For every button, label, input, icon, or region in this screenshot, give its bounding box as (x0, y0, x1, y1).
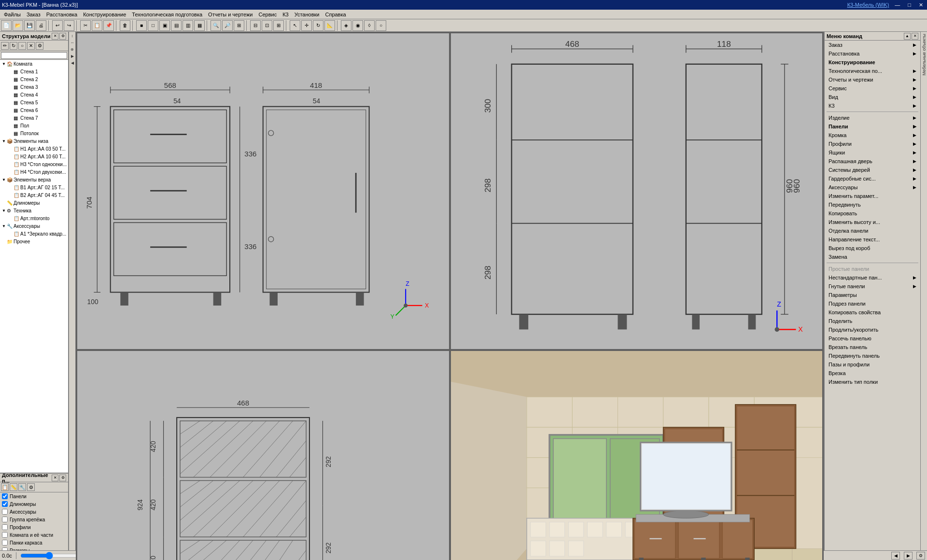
tree-item-stena7[interactable]: ▦Стена 7 (0, 114, 68, 122)
checkbox-5[interactable] (2, 532, 8, 538)
tb-paste[interactable]: 📌 (103, 20, 114, 31)
tb-zoom-out[interactable]: 🔎 (222, 20, 233, 31)
cmd-menu-item-11[interactable]: Кромка▶ (825, 131, 920, 140)
tree-item-elem-niz[interactable]: ▼📦Элементы низа (0, 137, 68, 145)
menu-placement[interactable]: Расстановка (43, 11, 80, 18)
tree-item-stena1[interactable]: ▦Стена 1 (0, 68, 68, 75)
cb-btn3[interactable]: 🔧 (18, 483, 26, 491)
cmd-menu-item-9[interactable]: Изделие▶ (825, 113, 920, 122)
maximize-button[interactable]: □ (906, 2, 913, 8)
cmd-menu-item-36[interactable]: Врезать панель (825, 343, 920, 351)
tb-zoom-fit[interactable]: ⊞ (234, 20, 244, 31)
tree-item-b1[interactable]: 📋B1 Арт.:АГ 02 15 Т... (0, 183, 68, 191)
checkbox-4[interactable] (2, 524, 8, 530)
cmd-menu-item-40[interactable]: Изменить тип полки (825, 378, 920, 386)
cmd-menu-item-25[interactable]: Замена (825, 252, 920, 261)
viewport-top-right[interactable]: 468 118 300 298 298 (450, 33, 823, 350)
tree-item-komnat[interactable]: ▼🏠Комната (0, 60, 68, 68)
tb-extra3[interactable]: ◊ (364, 20, 375, 31)
structure-close[interactable]: ✕ (52, 33, 58, 40)
checkbox-0[interactable] (2, 493, 8, 499)
tree-item-stena6[interactable]: ▦Стена 6 (0, 106, 68, 114)
structure-settings[interactable]: ⚙ (59, 33, 66, 40)
tb-cut[interactable]: ✂ (80, 20, 91, 31)
checkbox-6[interactable] (2, 540, 8, 546)
tb-save[interactable]: 💾 (24, 20, 35, 31)
add-panels-close[interactable]: ✕ (52, 475, 58, 481)
menu-files[interactable]: Файлы (1, 11, 24, 18)
cb-btn1[interactable]: 📋 (1, 483, 9, 491)
tree-item-stena3[interactable]: ▦Стена 3 (0, 83, 68, 91)
menu-design[interactable]: Конструирование (80, 11, 129, 18)
tb-select[interactable]: ↖ (290, 20, 300, 31)
tb-move[interactable]: ✛ (301, 20, 312, 31)
st-btn2[interactable]: ↻ (10, 42, 17, 50)
tree-item-pol[interactable]: ▦Пол (0, 122, 68, 129)
tb-view2[interactable]: ⊡ (262, 20, 272, 31)
tb-b4[interactable]: ▤ (171, 20, 182, 31)
cmd-menu-item-13[interactable]: Ящики▶ (825, 148, 920, 157)
cmd-menu-item-22[interactable]: Отделка панели (825, 226, 920, 235)
cmd-menu-item-12[interactable]: Профили▶ (825, 140, 920, 148)
cmd-menu-item-10[interactable]: Панели▶ (825, 122, 920, 131)
cmd-menu-item-17[interactable]: Аксессуары▶ (825, 183, 920, 192)
tree-item-elem-verh[interactable]: ▼📦Элементы верха (0, 176, 68, 183)
tree-item-aksess[interactable]: ▼🔧Аксессуары (0, 222, 68, 230)
cmd-menu-item-5[interactable]: Сервис▶ (825, 84, 920, 93)
st-btn4[interactable]: ✕ (27, 42, 35, 50)
tree-item-h4[interactable]: 📋Н4 *Стол двухсеки... (0, 168, 68, 176)
cmd-menu-item-35[interactable]: Рассечь панелью (825, 334, 920, 343)
tb-copy[interactable]: 📋 (92, 20, 102, 31)
tree-item-h2[interactable]: 📋Н2 Арт.:АА 10 60 Т... (0, 153, 68, 160)
menu-settings[interactable]: Установки (292, 11, 323, 18)
tree-item-h1[interactable]: 📋Н1 Арт.:АА 03 50 Т... (0, 145, 68, 153)
tree-item-stena2[interactable]: ▦Стена 2 (0, 75, 68, 83)
tb-open[interactable]: 📂 (13, 20, 23, 31)
cmd-menu-item-27[interactable]: Простые панели (825, 265, 920, 273)
tb-extra1[interactable]: ◈ (341, 20, 351, 31)
cmd-menu-item-30[interactable]: Параметры (825, 291, 920, 299)
tb-b5[interactable]: ▥ (183, 20, 193, 31)
left-icon-4[interactable]: ▶ (70, 53, 75, 59)
menu-k3[interactable]: К3 (280, 11, 292, 18)
left-icon-5[interactable]: ◀ (70, 60, 75, 66)
left-icon-2[interactable]: ↔ (70, 40, 75, 45)
status-btn2[interactable]: ▶ (904, 552, 913, 560)
st-btn1[interactable]: ✏ (1, 42, 9, 50)
left-icon-1[interactable]: ↕ (70, 33, 75, 39)
search-input[interactable] (1, 52, 67, 59)
viewport-bottom-left[interactable]: 468 420 420 420 924 (77, 350, 449, 560)
cmd-menu-item-38[interactable]: Пазы и профили (825, 360, 920, 369)
cmd-menu-item-39[interactable]: Врезка (825, 369, 920, 378)
st-btn5[interactable]: ⚙ (36, 42, 43, 50)
status-btn1[interactable]: ◀ (891, 552, 900, 560)
add-panels-settings[interactable]: ⚙ (59, 475, 66, 481)
tb-new[interactable]: 📄 (1, 20, 12, 31)
cmd-menu-expand[interactable]: ▲ (904, 33, 911, 40)
cmd-menu-item-28[interactable]: Нестандартные пан...▶ (825, 273, 920, 282)
tree-item-dlinom[interactable]: 📏Длиномеры (0, 199, 68, 207)
cmd-menu-item-7[interactable]: К3▶ (825, 101, 920, 110)
status-btn3[interactable]: ⚙ (916, 552, 925, 560)
cmd-menu-item-18[interactable]: Изменить парамет... (825, 192, 920, 200)
cmd-menu-item-19[interactable]: Передвинуть (825, 200, 920, 209)
tb-extra2[interactable]: ◉ (352, 20, 363, 31)
cmd-menu-item-6[interactable]: Вид▶ (825, 93, 920, 101)
cmd-menu-item-29[interactable]: Гнутые панели▶ (825, 282, 920, 291)
cmd-menu-item-23[interactable]: Направление текст... (825, 235, 920, 244)
cmd-menu-item-0[interactable]: Заказ▶ (825, 41, 920, 49)
cmd-menu-settings[interactable]: ✕ (912, 33, 918, 40)
st-btn3[interactable]: ○ (18, 42, 26, 50)
cmd-menu-item-37[interactable]: Передвинуть панель (825, 351, 920, 360)
cmd-menu-item-31[interactable]: Подрез панели (825, 299, 920, 308)
close-button[interactable]: ✕ (917, 2, 925, 8)
tb-b1[interactable]: ■ (136, 20, 147, 31)
cmd-menu-item-32[interactable]: Копировать свойства (825, 308, 920, 317)
status-slider[interactable] (20, 553, 78, 559)
tb-b6[interactable]: ▦ (194, 20, 205, 31)
tree-item-a1[interactable]: 📋A1 *Зеркало квадр... (0, 230, 68, 238)
tb-undo[interactable]: ↩ (52, 20, 63, 31)
tree-item-h3[interactable]: 📋Н3 *Стол односеки... (0, 160, 68, 168)
tb-extra4[interactable]: ○ (376, 20, 386, 31)
cmd-menu-item-3[interactable]: Технологическая по...▶ (825, 67, 920, 75)
